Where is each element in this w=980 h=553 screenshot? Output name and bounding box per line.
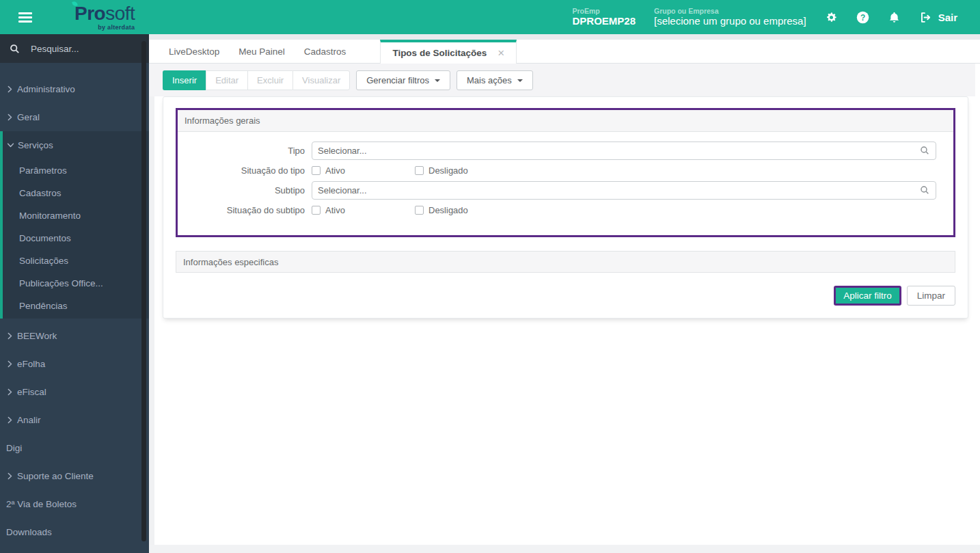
- visualizar-button[interactable]: Visualizar: [292, 70, 350, 90]
- caret-down-icon: [517, 79, 523, 82]
- sidebar-item-documentos[interactable]: Documentos: [3, 227, 149, 249]
- filter-card: Informações gerais Tipo Situação do tipo: [163, 96, 968, 319]
- brand-pro: Pro: [74, 3, 105, 24]
- situacao-do-subtipo-label: Situação do subtipo: [178, 205, 312, 215]
- topbar: Prosoft by alterdata ProEmp DPROEMP28 Gr…: [0, 0, 980, 34]
- checkbox-icon: [415, 166, 424, 175]
- chevron-right-icon: [5, 332, 14, 340]
- sidebar-item-suporte-ao-cliente[interactable]: Suporte ao Cliente: [0, 462, 149, 490]
- checkbox-icon: [312, 206, 321, 215]
- form-row-situacao-do-subtipo: Situação do subtipo Ativo Desligado: [178, 204, 953, 215]
- brand-byline: by alterdata: [74, 25, 135, 31]
- search-icon: [10, 44, 20, 54]
- crud-button-group: Inserir Editar Excluir Visualizar: [163, 70, 350, 90]
- sidebar-item-monitoramento[interactable]: Monitoramento: [3, 204, 149, 227]
- form-row-situacao-do-tipo: Situação do tipo Ativo Desligado: [178, 165, 953, 176]
- horizontal-scrollbar-track[interactable]: [149, 545, 980, 553]
- search-icon[interactable]: [920, 185, 929, 195]
- caret-down-icon: [435, 79, 440, 82]
- aplicar-filtro-button[interactable]: Aplicar filtro: [834, 286, 901, 306]
- sidebar: Pesquisar... Administrativo Geral Serviç…: [0, 34, 149, 553]
- sidebar-section-servicos: Serviços Parâmetros Cadastros Monitorame…: [0, 131, 149, 319]
- logout-icon: [919, 11, 932, 24]
- search-icon[interactable]: [920, 146, 929, 155]
- notifications-bell-icon[interactable]: [888, 11, 901, 24]
- logout-label: Sair: [938, 12, 957, 23]
- editar-button[interactable]: Editar: [206, 70, 247, 90]
- tipo-select-input[interactable]: [312, 141, 936, 160]
- chevron-right-icon: [5, 472, 14, 480]
- filter-actions: Aplicar filtro Limpar: [176, 286, 955, 306]
- group-company-label: Grupo ou Empresa: [654, 7, 806, 16]
- limpar-button[interactable]: Limpar: [907, 286, 955, 306]
- sidebar-item-servicos[interactable]: Serviços: [3, 131, 149, 159]
- informacoes-especificas-header[interactable]: Informações especificas: [176, 251, 955, 273]
- sidebar-nav: Administrativo Geral Serviços Parâmetros…: [0, 63, 149, 546]
- sidebar-item-analir[interactable]: Analir: [0, 406, 149, 434]
- sidebar-submenu-servicos: Parâmetros Cadastros Monitoramento Docum…: [3, 159, 149, 319]
- mais-acoes-dropdown[interactable]: Mais ações: [457, 70, 533, 90]
- checkbox-icon: [415, 206, 424, 215]
- tab-cadastros[interactable]: Cadastros: [295, 40, 356, 63]
- tipo-label: Tipo: [178, 146, 312, 156]
- sidebar-item-beework[interactable]: BEEWork: [0, 322, 149, 350]
- tab-livedesktop[interactable]: LiveDesktop: [159, 40, 229, 63]
- tab-tipos-de-solicitacoes[interactable]: Tipos de Solicitações ×: [380, 40, 517, 64]
- proemp-value: DPROEMP28: [572, 15, 636, 27]
- sidebar-item-pendencias[interactable]: Pendências: [3, 295, 149, 317]
- sidebar-scrollbar[interactable]: [141, 41, 146, 541]
- settings-gear-icon[interactable]: [825, 11, 838, 24]
- sidebar-item-geral[interactable]: Geral: [0, 103, 149, 131]
- situacao-do-tipo-label: Situação do tipo: [178, 165, 312, 176]
- sidebar-item-efiscal[interactable]: eFiscal: [0, 378, 149, 406]
- toolbar: Inserir Editar Excluir Visualizar Gerenc…: [149, 64, 975, 96]
- checkbox-tipo-ativo[interactable]: Ativo: [312, 165, 415, 176]
- brand-logo: Prosoft by alterdata: [74, 4, 135, 31]
- brand-soft: soft: [105, 3, 135, 24]
- checkbox-icon: [312, 166, 321, 175]
- sidebar-item-downloads[interactable]: Downloads: [0, 518, 149, 546]
- sidebar-item-efolha[interactable]: eFolha: [0, 350, 149, 378]
- content-top-strip: [149, 34, 980, 40]
- menu-toggle-button[interactable]: [18, 12, 32, 23]
- proemp-info: ProEmp DPROEMP28: [572, 7, 636, 28]
- sidebar-item-2a-via-de-boletos[interactable]: 2ª Via de Boletos: [0, 490, 149, 518]
- brand-leaf-icon: [72, 1, 78, 7]
- checkbox-subtipo-ativo[interactable]: Ativo: [312, 205, 415, 215]
- sidebar-item-cadastros[interactable]: Cadastros: [3, 182, 149, 204]
- form-row-subtipo: Subtipo: [178, 181, 953, 200]
- filter-form: Tipo Situação do tipo Ativo: [178, 132, 953, 235]
- subtipo-label: Subtipo: [178, 185, 312, 195]
- chevron-right-icon: [5, 388, 14, 396]
- chevron-right-icon: [5, 360, 14, 368]
- help-icon[interactable]: ?: [856, 11, 869, 24]
- sidebar-item-administrativo[interactable]: Administrativo: [0, 75, 149, 103]
- informacoes-gerais-header: Informações gerais: [178, 110, 953, 132]
- chevron-right-icon: [5, 416, 14, 424]
- sidebar-search-input[interactable]: Pesquisar...: [0, 34, 149, 63]
- group-company-selector[interactable]: Grupo ou Empresa [selecione um grupo ou …: [654, 7, 806, 28]
- logout-button[interactable]: Sair: [919, 11, 957, 24]
- inserir-button[interactable]: Inserir: [163, 70, 206, 90]
- sidebar-item-publicacoes-office[interactable]: Publicações Office...: [3, 272, 149, 295]
- sidebar-item-parametros[interactable]: Parâmetros: [3, 159, 149, 182]
- checkbox-subtipo-desligado[interactable]: Desligado: [415, 205, 518, 215]
- chevron-right-icon: [5, 113, 14, 121]
- sidebar-search-placeholder: Pesquisar...: [31, 44, 79, 54]
- gerenciar-filtros-dropdown[interactable]: Gerenciar filtros: [356, 70, 450, 90]
- tab-bar: LiveDesktop Meu Painel Cadastros Tipos d…: [149, 40, 980, 64]
- form-row-tipo: Tipo: [178, 141, 953, 160]
- proemp-label: ProEmp: [572, 7, 636, 16]
- close-icon[interactable]: ×: [498, 47, 504, 59]
- excluir-button[interactable]: Excluir: [247, 70, 292, 90]
- chevron-right-icon: [5, 85, 14, 93]
- main-content: LiveDesktop Meu Painel Cadastros Tipos d…: [149, 34, 980, 553]
- svg-text:?: ?: [860, 12, 865, 22]
- checkbox-tipo-desligado[interactable]: Desligado: [415, 165, 518, 176]
- sidebar-item-digi[interactable]: Digi: [0, 434, 149, 462]
- sidebar-item-solicitacoes[interactable]: Solicitações: [3, 249, 149, 272]
- subtipo-select-input[interactable]: [312, 181, 936, 200]
- content-scrollbar-track[interactable]: [149, 96, 154, 545]
- chevron-down-icon: [5, 143, 15, 148]
- tab-meu-painel[interactable]: Meu Painel: [229, 40, 295, 63]
